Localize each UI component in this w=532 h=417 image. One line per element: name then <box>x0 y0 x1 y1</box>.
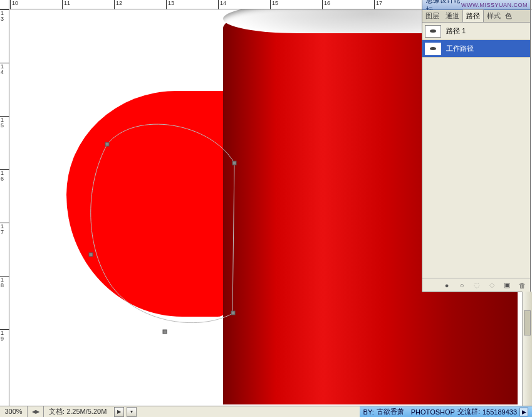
ruler-v-tick: 1 7 <box>1 224 4 235</box>
path-to-selection-icon[interactable]: ◌ <box>472 281 481 290</box>
ruler-h-tick: 16 <box>324 0 330 6</box>
zoom-field[interactable]: 300% <box>0 406 28 417</box>
panel-tab-bar: 图层 通道 路径 样式 色 <box>422 10 530 23</box>
panel-title-bar[interactable]: 思缘设计论坛 WWW.MISSYUAN.COM <box>422 0 530 10</box>
fill-path-icon[interactable]: ● <box>442 281 451 290</box>
ruler-h-tick: 11 <box>64 0 70 6</box>
ruler-v-tick: 1 4 <box>1 64 4 75</box>
ruler-origin <box>0 0 9 9</box>
panel-logo: WWW.MISSYUAN.COM <box>461 2 530 8</box>
nav-arrows[interactable]: ◀▶ <box>28 406 44 417</box>
doc-info-extra-button[interactable]: ▾ <box>127 407 137 417</box>
credit-group-label: 交流群: <box>457 407 480 416</box>
ruler-v-tick: 1 3 <box>1 11 4 22</box>
doc-info[interactable]: 文档: 2.25M/5.20M <box>44 407 112 416</box>
tab-layers[interactable]: 图层 <box>422 10 442 22</box>
ruler-h-tick: 13 <box>168 0 174 6</box>
right-arrow-icon: ▶ <box>36 409 39 414</box>
path-item[interactable]: 路径 1 <box>422 23 530 40</box>
panel-footer: ● ○ ◌ ◇ ▣ 🗑 <box>422 278 530 292</box>
doc-info-label: 文档: <box>49 408 65 415</box>
scrollbar-thumb[interactable] <box>524 310 531 335</box>
ruler-h-tick: 12 <box>116 0 122 6</box>
ruler-h-tick: 10 <box>12 0 18 6</box>
delete-path-icon[interactable]: 🗑 <box>518 281 526 290</box>
credit-author: 古欲香萧 <box>377 407 404 416</box>
credit-arrow-icon[interactable]: ▶ <box>519 408 528 416</box>
ruler-h-tick: 17 <box>376 0 382 6</box>
credit-app: PHOTOSHOP <box>411 408 455 416</box>
path-thumbnail <box>425 25 441 38</box>
path-item[interactable]: 工作路径 <box>422 40 530 58</box>
doc-info-menu-button[interactable]: ▶ <box>114 407 124 417</box>
selection-to-path-icon[interactable]: ◇ <box>488 281 496 290</box>
credit-bar: BY: 古欲香萧 PHOTOSHOP 交流群: 155189433 ▶ <box>360 406 532 417</box>
stroke-path-icon[interactable]: ○ <box>457 281 466 290</box>
tab-styles[interactable]: 样式 <box>484 10 504 22</box>
path-list: 路径 1 工作路径 <box>422 23 530 278</box>
tab-channels[interactable]: 通道 <box>442 10 462 22</box>
tab-paths[interactable]: 路径 <box>462 9 484 22</box>
ruler-h-tick: 15 <box>272 0 278 6</box>
new-path-icon[interactable]: ▣ <box>503 281 511 290</box>
ruler-h-tick: 14 <box>220 0 226 6</box>
status-bar: 300% ◀▶ 文档: 2.25M/5.20M ▶ ▾ BY: 古欲香萧 PHO… <box>0 406 532 417</box>
path-item-label: 路径 1 <box>446 26 466 36</box>
credit-group-id: 155189433 <box>482 408 517 416</box>
paths-panel[interactable]: 思缘设计论坛 WWW.MISSYUAN.COM 图层 通道 路径 样式 色 路径… <box>422 0 531 292</box>
ruler-v-tick: 1 6 <box>1 171 4 182</box>
vertical-ruler: 1 3 1 4 1 5 1 6 1 7 1 8 1 9 <box>0 9 9 406</box>
ruler-v-tick: 1 8 <box>1 277 4 288</box>
tab-truncated[interactable]: 色 <box>504 10 513 22</box>
svg-rect-2 <box>163 330 167 334</box>
credit-prefix: BY: <box>363 408 374 416</box>
vertical-scrollbar[interactable] <box>522 292 532 406</box>
ruler-v-tick: 1 9 <box>1 330 4 342</box>
path-thumbnail <box>425 43 441 55</box>
path-item-label: 工作路径 <box>446 44 474 53</box>
doc-info-size: 2.25M/5.20M <box>66 408 107 415</box>
ruler-v-tick: 1 5 <box>1 117 4 129</box>
cup-handle-shape <box>66 91 242 317</box>
